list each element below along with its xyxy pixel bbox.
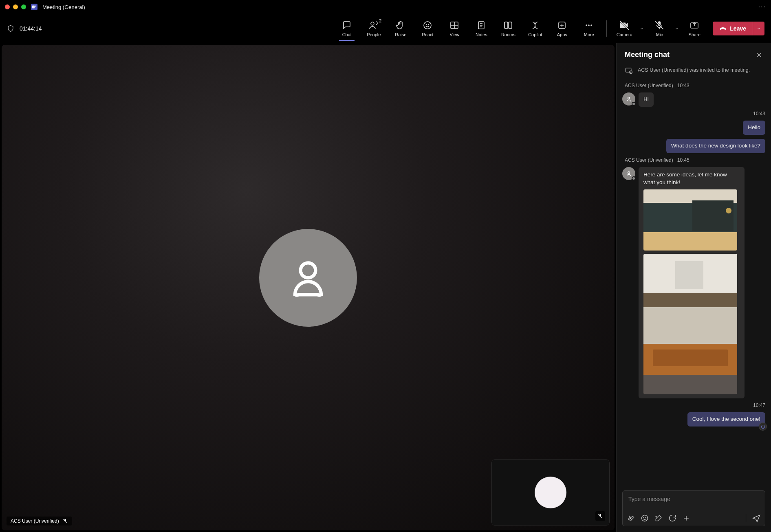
people-button[interactable]: 2 People xyxy=(360,16,387,41)
participant-name-chip: ACS User (Unverified) xyxy=(7,517,72,525)
hangup-icon xyxy=(719,25,727,32)
leave-options-button[interactable] xyxy=(753,22,764,35)
people-count-badge: 2 xyxy=(379,18,381,23)
message-meta: 10:43 xyxy=(622,111,765,117)
message-text: Here are some ideas, let me know what yo… xyxy=(643,171,740,187)
send-icon xyxy=(752,514,761,523)
leave-label: Leave xyxy=(730,25,746,32)
people-icon xyxy=(369,20,379,31)
more-button[interactable]: More xyxy=(575,16,602,41)
rooms-button[interactable]: Rooms xyxy=(495,16,522,41)
message-time: 10:45 xyxy=(677,157,689,163)
people-label: People xyxy=(367,32,381,37)
message-row: Hi xyxy=(622,92,765,107)
message-author: ACS User (Unverified) xyxy=(625,157,673,163)
svg-point-20 xyxy=(301,263,316,278)
raise-hand-button[interactable]: Raise xyxy=(387,16,414,41)
minimize-window-button[interactable] xyxy=(13,4,18,9)
compose-separator xyxy=(746,514,746,522)
message-bubble[interactable]: Hello xyxy=(743,121,765,135)
view-button[interactable]: View xyxy=(441,16,468,41)
react-icon xyxy=(423,20,432,31)
presence-indicator xyxy=(632,102,636,106)
svg-point-11 xyxy=(586,24,587,26)
meeting-timer: 01:44:14 xyxy=(20,25,42,32)
giphy-button[interactable] xyxy=(654,514,663,522)
sparkle-icon xyxy=(654,514,663,522)
react-label: React xyxy=(422,32,434,37)
meeting-toolbar: 01:44:14 Chat 2 People Raise xyxy=(0,14,771,43)
svg-rect-8 xyxy=(504,22,508,29)
loop-button[interactable] xyxy=(668,514,676,522)
view-label: View xyxy=(449,32,459,37)
camera-options-button[interactable] xyxy=(638,26,646,31)
mic-off-icon xyxy=(654,20,665,31)
message-bubble[interactable]: Here are some ideas, let me know what yo… xyxy=(639,167,745,399)
leave-button[interactable]: Leave xyxy=(713,22,753,35)
image-attachment[interactable] xyxy=(643,189,737,251)
rooms-icon xyxy=(503,20,513,31)
maximize-window-button[interactable] xyxy=(21,4,26,9)
message-row: Here are some ideas, let me know what yo… xyxy=(622,167,765,399)
svg-point-29 xyxy=(761,425,764,428)
user-avatar xyxy=(622,92,635,106)
message-bubble[interactable]: Hi xyxy=(639,92,654,107)
share-label: Share xyxy=(689,32,701,37)
compose-box xyxy=(622,490,765,526)
system-message-text: ACS User (Unverified) was invited to the… xyxy=(638,66,750,75)
mic-options-button[interactable] xyxy=(673,26,681,31)
notes-button[interactable]: Notes xyxy=(468,16,495,41)
attach-button[interactable] xyxy=(682,514,690,522)
chat-button[interactable]: Chat xyxy=(333,16,360,41)
close-chat-button[interactable] xyxy=(756,51,763,59)
image-attachment[interactable] xyxy=(643,254,737,394)
copilot-button[interactable]: Copilot xyxy=(522,16,549,41)
mic-label: Mic xyxy=(656,32,663,37)
format-button[interactable] xyxy=(627,514,635,522)
self-avatar xyxy=(535,477,566,508)
loop-icon xyxy=(668,514,676,522)
format-icon xyxy=(627,514,635,522)
message-time: 10:43 xyxy=(677,83,689,88)
message-meta: ACS User (Unverified) 10:45 xyxy=(622,157,765,163)
camera-label: Camera xyxy=(617,32,632,37)
toolbar-separator xyxy=(606,20,607,37)
message-bubble[interactable]: What does the new design look like? xyxy=(666,139,765,153)
share-button[interactable]: Share xyxy=(681,16,708,41)
svg-point-32 xyxy=(645,517,646,518)
view-icon xyxy=(449,20,459,31)
message-input[interactable] xyxy=(623,491,765,511)
shield-icon[interactable] xyxy=(7,24,15,33)
message-time: 10:47 xyxy=(753,402,765,408)
mic-button[interactable]: Mic xyxy=(646,16,673,41)
emoji-icon xyxy=(641,514,649,522)
react-button[interactable]: React xyxy=(414,16,441,41)
participant-avatar xyxy=(259,229,357,327)
close-window-button[interactable] xyxy=(5,4,10,9)
svg-point-1 xyxy=(35,6,36,7)
more-label: More xyxy=(584,32,594,37)
message-row: What does the new design look like? xyxy=(622,139,765,153)
titlebar-more-button[interactable]: ··· xyxy=(758,3,766,11)
chat-panel-title: Meeting chat xyxy=(625,51,670,59)
rooms-label: Rooms xyxy=(501,32,515,37)
chat-message-list[interactable]: ACS User (Unverified) was invited to the… xyxy=(617,65,771,486)
svg-point-3 xyxy=(424,22,431,29)
message-row: Hello xyxy=(622,121,765,135)
window-controls xyxy=(5,4,26,9)
camera-button[interactable]: Camera xyxy=(611,16,638,41)
chat-icon xyxy=(342,20,352,31)
chat-label: Chat xyxy=(342,32,352,37)
message-reaction-badge[interactable] xyxy=(759,422,767,431)
svg-point-13 xyxy=(590,24,592,26)
window-title: Meeting (General) xyxy=(42,4,85,10)
user-avatar xyxy=(622,167,635,180)
apps-button[interactable]: Apps xyxy=(549,16,575,41)
send-button[interactable] xyxy=(752,514,761,523)
titlebar: Meeting (General) ··· xyxy=(0,0,771,14)
self-view[interactable] xyxy=(491,459,610,525)
system-message: ACS User (Unverified) was invited to the… xyxy=(622,65,765,79)
message-bubble[interactable]: Cool, I love the second one! xyxy=(687,412,765,426)
emoji-button[interactable] xyxy=(641,514,649,522)
participant-name-text: ACS User (Unverified) xyxy=(11,518,59,524)
